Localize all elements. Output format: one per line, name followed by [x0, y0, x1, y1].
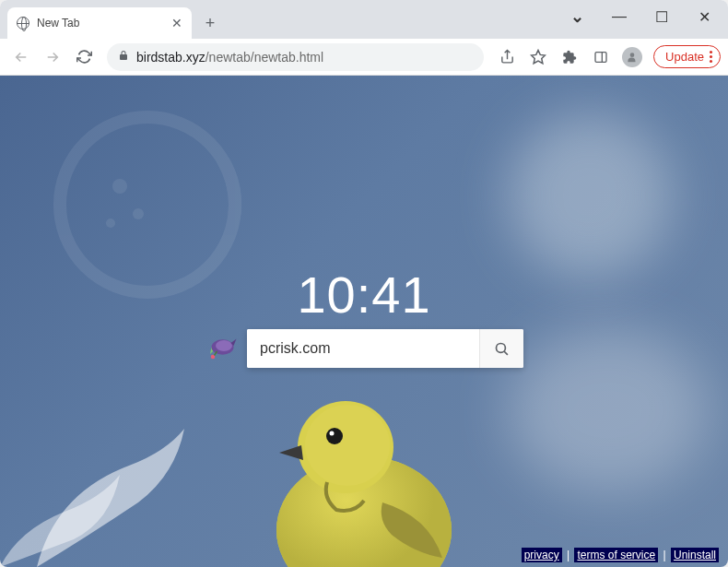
search-row [205, 329, 523, 368]
svg-point-6 [112, 179, 127, 194]
svg-rect-1 [595, 52, 606, 62]
svg-point-14 [330, 431, 335, 436]
search-input[interactable] [247, 329, 479, 368]
uninstall-link[interactable]: Uninstall [671, 548, 719, 562]
browser-tab[interactable]: New Tab ✕ [7, 7, 192, 39]
side-panel-icon[interactable] [587, 43, 615, 71]
avatar-icon [622, 47, 642, 67]
svg-marker-0 [532, 50, 546, 63]
page-content: 10:41 privacy | terms of service | [0, 76, 728, 567]
menu-dots-icon [710, 51, 712, 63]
svg-point-4 [60, 117, 235, 292]
extensions-icon[interactable] [556, 43, 583, 71]
footer-separator: | [567, 549, 569, 561]
svg-point-8 [106, 219, 115, 228]
svg-line-19 [504, 350, 508, 354]
privacy-link[interactable]: privacy [522, 548, 562, 562]
footer-links: privacy | terms of service | Uninstall [522, 549, 719, 561]
toolbar: birdstab.xyz/newtab/newtab.html U [0, 39, 728, 76]
update-button[interactable]: Update [653, 45, 721, 68]
search-icon [494, 341, 510, 357]
svg-point-7 [133, 208, 144, 219]
lock-icon [118, 50, 129, 64]
share-icon[interactable] [493, 43, 521, 71]
svg-point-3 [630, 53, 635, 57]
terms-link[interactable]: terms of service [574, 548, 658, 562]
background-blur [507, 327, 710, 493]
new-tab-button[interactable]: + [197, 10, 223, 36]
svg-point-16 [216, 340, 232, 351]
tab-title: New Tab [37, 17, 164, 30]
clock-display: 10:41 [297, 265, 430, 325]
bird-logo-icon [205, 335, 238, 362]
update-label: Update [665, 50, 704, 64]
background-bird [235, 373, 493, 567]
profile-button[interactable] [618, 43, 646, 71]
titlebar: New Tab ✕ + ⌄ — ☐ ✕ [0, 0, 728, 39]
search-button[interactable] [479, 329, 523, 368]
close-window-button[interactable]: ✕ [684, 3, 724, 30]
back-button[interactable] [7, 43, 35, 71]
background-blur [507, 112, 673, 278]
address-bar[interactable]: birdstab.xyz/newtab/newtab.html [107, 43, 484, 71]
footer-separator: | [663, 549, 666, 561]
tab-close-icon[interactable]: ✕ [171, 16, 182, 30]
svg-point-13 [326, 428, 343, 444]
chevron-down-icon[interactable]: ⌄ [557, 3, 597, 30]
forward-button[interactable] [39, 43, 66, 71]
svg-point-12 [305, 405, 390, 486]
svg-point-5 [46, 103, 249, 306]
maximize-button[interactable]: ☐ [641, 3, 682, 30]
search-box [247, 329, 523, 368]
watermark [46, 103, 249, 306]
reload-button[interactable] [70, 43, 98, 71]
minimize-button[interactable]: — [599, 3, 640, 30]
svg-point-18 [496, 343, 505, 352]
bookmark-star-icon[interactable] [524, 43, 552, 71]
url-text: birdstab.xyz/newtab/newtab.html [136, 50, 473, 65]
globe-icon [17, 17, 29, 30]
